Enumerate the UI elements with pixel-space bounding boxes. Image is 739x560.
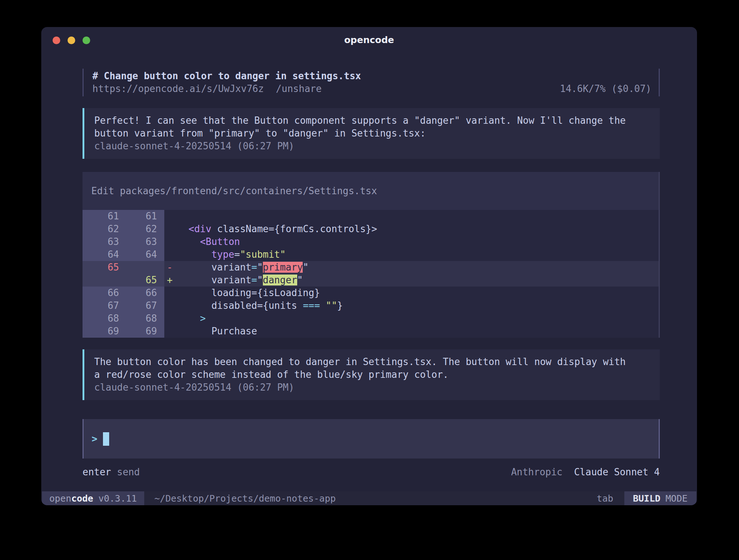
code-segment: }: [337, 300, 343, 311]
message-line: The button color has been changed to dan…: [94, 356, 651, 368]
diff-change-marker: +: [164, 274, 177, 287]
session-header: # Change button color to danger in setti…: [83, 69, 660, 96]
diff-code-line: <Button: [177, 235, 659, 248]
main-content: # Change button color to danger in setti…: [41, 69, 697, 479]
diff-old-line-number: [83, 274, 119, 287]
edit-tool-block: Edit packages/frontend/src/containers/Se…: [83, 172, 660, 338]
app-version-chip: opencode v0.3.11: [42, 491, 144, 505]
diff-row: 6666 loading={isLoading}: [83, 287, 659, 299]
unshare-command[interactable]: /unshare: [276, 83, 322, 95]
diff-new-line-number: 62: [119, 223, 157, 235]
diff-new-line-number: 65: [119, 274, 157, 287]
diff-old-line-number: 66: [83, 287, 119, 299]
traffic-lights: [53, 37, 90, 44]
code-segment: [177, 236, 200, 247]
code-segment: [177, 223, 188, 234]
status-bar: opencode v0.3.11 ~/Desktop/Projects/demo…: [41, 491, 697, 505]
diff-gutter-pad: [157, 248, 164, 261]
diff-gutter-pad: [157, 274, 164, 287]
diff-code-line: >: [177, 312, 659, 325]
diff-new-line-number: [119, 261, 157, 274]
diff-row: 6767 disabled={units === ""}: [83, 299, 659, 312]
diff-old-line-number: 61: [83, 210, 119, 223]
diff-new-line-number: 68: [119, 312, 157, 325]
code-segment: disabled={units: [177, 300, 303, 311]
diff-code-line: variant="danger": [177, 274, 659, 287]
diff-row: 65- variant="primary": [83, 261, 659, 274]
diff-old-line-number: 67: [83, 299, 119, 312]
minimize-window-button[interactable]: [68, 37, 75, 44]
diff-new-line-number: 69: [119, 325, 157, 338]
code-segment: [320, 300, 326, 311]
status-bar-right: tab BUILD MODE: [597, 491, 697, 505]
message-model-timestamp: claude-sonnet-4-20250514 (06:27 PM): [94, 140, 651, 153]
edit-tool-title: Edit packages/frontend/src/containers/Se…: [83, 172, 659, 210]
diff-row: 6464 type="submit": [83, 248, 659, 261]
diff-code-line: loading={isLoading}: [177, 287, 659, 299]
share-url-link[interactable]: https://opencode.ai/s/UwJxv76z: [92, 83, 264, 95]
code-segment: type: [211, 249, 234, 260]
diff-old-line-number: 62: [83, 223, 119, 235]
message-model-timestamp: claude-sonnet-4-20250514 (06:27 PM): [94, 381, 651, 394]
diff-old-line-number: 65: [83, 261, 119, 274]
mode-name: BUILD: [633, 493, 660, 504]
session-title: # Change button color to danger in setti…: [92, 70, 651, 83]
diff-change-marker: [164, 210, 177, 223]
app-name-open: open: [49, 493, 71, 504]
diff-gutter-pad: [157, 325, 164, 338]
code-segment: ===: [303, 300, 320, 311]
diff-code-line: type="submit": [177, 248, 659, 261]
diff-old-line-number: 64: [83, 248, 119, 261]
code-segment: >: [200, 313, 206, 324]
mode-switcher[interactable]: BUILD MODE: [624, 491, 696, 505]
diff-gutter-pad: [157, 261, 164, 274]
provider-name: Anthropic: [511, 467, 563, 477]
diff-gutter-pad: [157, 210, 164, 223]
code-segment: loading={isLoading}: [177, 287, 320, 298]
zoom-window-button[interactable]: [83, 37, 90, 44]
session-share-row: https://opencode.ai/s/UwJxv76z /unshare …: [92, 83, 651, 95]
diff-change-marker: [164, 299, 177, 312]
mode-label: MODE: [666, 493, 688, 504]
text-cursor: [103, 432, 109, 446]
model-name: Claude Sonnet 4: [574, 467, 660, 477]
code-segment: danger: [263, 275, 297, 285]
diff-row: 6161: [83, 210, 659, 223]
code-segment: ": [297, 275, 303, 285]
prompt-input[interactable]: >: [83, 419, 660, 459]
diff-new-line-number: 66: [119, 287, 157, 299]
working-directory: ~/Desktop/Projects/demo-notes-app: [154, 491, 336, 505]
window-titlebar: opencode: [41, 27, 697, 53]
diff-old-line-number: 69: [83, 325, 119, 338]
diff-change-marker: [164, 312, 177, 325]
assistant-message-2: The button color has been changed to dan…: [83, 349, 660, 400]
diff-change-marker: [164, 235, 177, 248]
assistant-message-1: Perfect! I can see that the Button compo…: [83, 108, 660, 159]
code-segment: =: [252, 262, 257, 273]
code-segment: "submit": [240, 249, 286, 260]
code-segment: [177, 249, 211, 260]
footer-hints: enter send Anthropic Claude Sonnet 4: [83, 466, 660, 479]
diff-row: 6868 >: [83, 312, 659, 325]
model-info: Anthropic Claude Sonnet 4: [511, 466, 660, 479]
diff-code-line: <div className={formCs.controls}>: [177, 223, 659, 235]
diff-gutter-pad: [157, 312, 164, 325]
code-segment: variant: [177, 262, 252, 273]
diff-row: 65+ variant="danger": [83, 274, 659, 287]
diff-new-line-number: 63: [119, 235, 157, 248]
message-line: a red/rose color scheme instead of the b…: [94, 368, 651, 381]
diff-gutter-pad: [157, 287, 164, 299]
code-segment: variant: [177, 275, 252, 285]
code-segment: =: [252, 275, 257, 285]
diff-gutter-pad: [157, 223, 164, 235]
diff-row: 6969 Purchase: [83, 325, 659, 338]
diff-code-line: variant="primary": [177, 261, 659, 274]
tab-key-hint: tab: [597, 491, 624, 505]
message-line: button variant from "primary" to "danger…: [94, 127, 651, 140]
code-segment: =: [234, 249, 240, 260]
diff-new-line-number: 67: [119, 299, 157, 312]
code-segment: ": [257, 275, 263, 285]
diff-change-marker: [164, 287, 177, 299]
diff-change-marker: [164, 223, 177, 235]
close-window-button[interactable]: [53, 37, 60, 44]
